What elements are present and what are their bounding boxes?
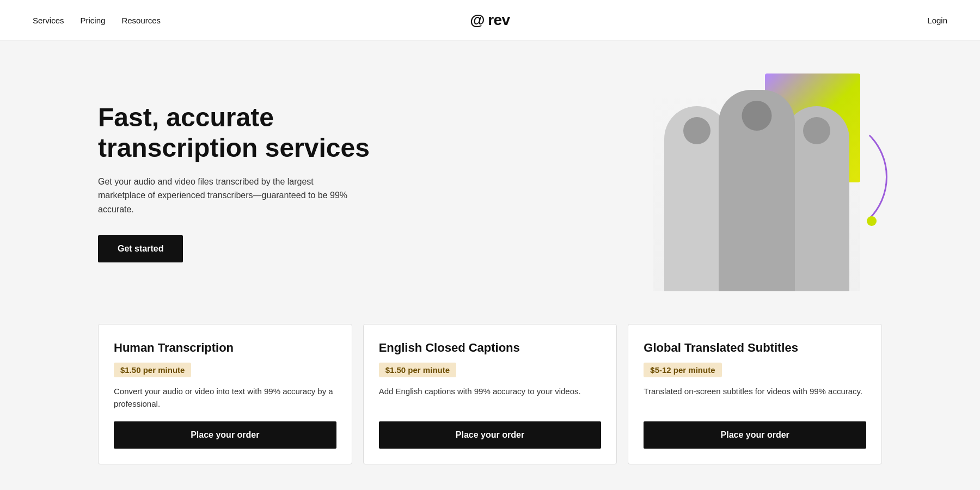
hero-people-group [653,90,860,291]
hero-title: Fast, accurate transcription services [98,102,381,162]
card-2-description: Add English captions with 99% accuracy t… [379,385,602,411]
card-global-subtitles: Global Translated Subtitles $5-12 per mi… [628,324,882,464]
card-3-price: $5-12 per minute [644,363,721,377]
navbar: Services Pricing Resources @ rev Login [0,0,980,41]
cards-grid: Human Transcription $1.50 per minute Con… [98,324,882,464]
card-1-order-button[interactable]: Place your order [114,421,336,449]
hero-description: Get your audio and video files transcrib… [98,175,348,217]
card-2-title: English Closed Captions [379,341,602,355]
person-center [719,90,795,291]
card-3-title: Global Translated Subtitles [644,341,866,355]
card-1-price: $1.50 per minute [114,363,191,377]
card-1-description: Convert your audio or video into text wi… [114,385,336,411]
card-human-transcription: Human Transcription $1.50 per minute Con… [98,324,352,464]
card-3-order-button[interactable]: Place your order [644,421,866,449]
card-2-price: $1.50 per minute [379,363,456,377]
card-3-description: Translated on-screen subtitles for video… [644,385,866,411]
card-1-title: Human Transcription [114,341,336,355]
cards-section: Human Transcription $1.50 per minute Con… [0,324,980,490]
hero-image [621,74,882,291]
get-started-button[interactable]: Get started [98,235,183,262]
nav-resources[interactable]: Resources [121,16,161,25]
site-logo[interactable]: @ rev [470,11,510,29]
hero-dot-lime [867,216,877,226]
nav-left: Services Pricing Resources [33,16,161,25]
nav-pricing[interactable]: Pricing [81,16,106,25]
hero-content: Fast, accurate transcription services Ge… [98,102,381,262]
login-link[interactable]: Login [927,16,947,25]
nav-services[interactable]: Services [33,16,64,25]
card-2-order-button[interactable]: Place your order [379,421,602,449]
logo-text: rev [488,11,510,29]
hero-section: Fast, accurate transcription services Ge… [0,41,980,324]
logo-at-symbol: @ [470,11,485,29]
card-english-captions: English Closed Captions $1.50 per minute… [363,324,617,464]
